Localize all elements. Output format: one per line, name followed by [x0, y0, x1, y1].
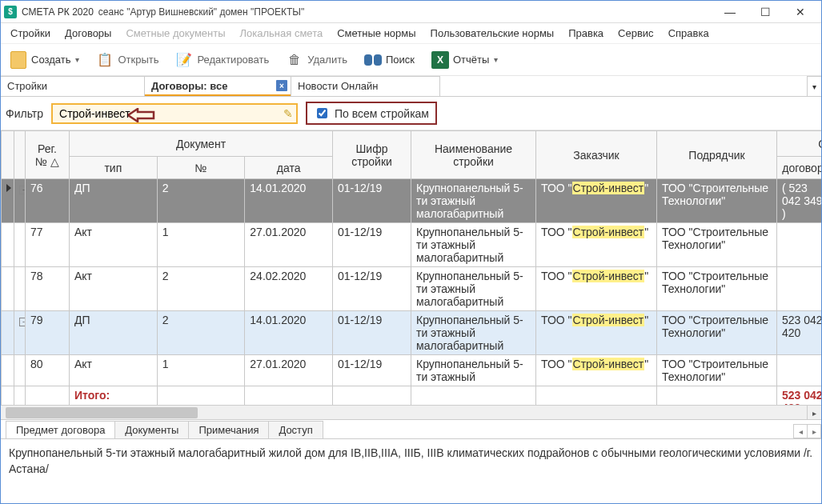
- scroll-right[interactable]: ▸: [807, 406, 821, 420]
- menu-Стройки[interactable]: Стройки: [4, 25, 57, 42]
- folder-icon: [10, 51, 26, 69]
- tab-documents[interactable]: Документы: [114, 421, 189, 438]
- toolbar: Создать▾ 📋 Открыть 📝 Редактировать 🗑 Уда…: [1, 44, 821, 76]
- menubar: СтройкиДоговорыСметные документыЛокальна…: [1, 23, 821, 44]
- filter-input-box[interactable]: ✎: [51, 103, 298, 124]
- scroll-thumb[interactable]: [6, 407, 198, 418]
- filter-label: Фильтр: [6, 107, 43, 120]
- menu-Справка[interactable]: Справка: [662, 25, 716, 42]
- clipboard-icon: 📋: [95, 50, 114, 70]
- app-title: СМЕТА РК 2020: [22, 6, 94, 18]
- menu-Локальная смета: Локальная смета: [234, 25, 330, 42]
- tabs-dropdown[interactable]: ▾: [807, 76, 821, 96]
- table-row[interactable]: 78Акт224.02.202001-12/19Крупнопанельный …: [2, 267, 822, 311]
- open-button[interactable]: 📋 Открыть: [90, 47, 163, 73]
- table-row[interactable]: 80Акт127.01.202001-12/19Крупнопанельный …: [2, 355, 822, 386]
- close-tab-icon[interactable]: ×: [276, 80, 287, 91]
- primary-tabs: Стройки Договоры: все× Новости Онлайн ▾: [1, 76, 821, 97]
- binoculars-icon: [364, 52, 382, 68]
- menu-Пользовательские нормы[interactable]: Пользовательские нормы: [424, 25, 561, 42]
- tab-notes[interactable]: Примечания: [188, 421, 269, 438]
- arrow-left-icon: [128, 108, 155, 122]
- minimize-button[interactable]: —: [712, 1, 748, 23]
- excel-icon: X: [431, 51, 449, 69]
- horizontal-scrollbar[interactable]: ▸: [1, 405, 821, 419]
- contracts-table[interactable]: Рег. № △ Документ Шифр стройки Наименова…: [1, 130, 821, 405]
- trash-icon: 🗑: [285, 50, 304, 70]
- filter-bar: Фильтр ✎ По всем стройкам: [1, 97, 821, 130]
- delete-button[interactable]: 🗑 Удалить: [280, 47, 352, 73]
- col-doc[interactable]: Документ: [70, 131, 333, 157]
- col-sh[interactable]: Шифр стройки: [333, 131, 411, 179]
- table-row[interactable]: -79ДП214.01.202001-12/19Крупнопанельный …: [2, 311, 822, 355]
- totals-row: Итого: 523 042 420: [2, 386, 822, 406]
- tab-contracts[interactable]: Договоры: все×: [145, 76, 291, 96]
- filter-input[interactable]: [58, 106, 283, 121]
- col-dogv[interactable]: договор: [777, 157, 822, 179]
- table-row[interactable]: 77Акт127.01.202001-12/19Крупнопанельный …: [2, 223, 822, 267]
- col-tip[interactable]: тип: [70, 157, 158, 179]
- tab-news[interactable]: Новости Онлайн: [291, 76, 440, 96]
- menu-Сметные документы: Сметные документы: [119, 25, 231, 42]
- col-name[interactable]: Наименование стройки: [411, 131, 536, 179]
- detail-tabs: Предмет договора Документы Примечания До…: [1, 420, 821, 439]
- menu-Правка[interactable]: Правка: [562, 25, 610, 42]
- menu-Сметные нормы[interactable]: Сметные нормы: [331, 25, 422, 42]
- edit-icon: 📝: [174, 50, 194, 70]
- tabscroll-right[interactable]: ▸: [807, 424, 821, 438]
- pencil-icon[interactable]: ✎: [283, 107, 293, 120]
- tabscroll-left[interactable]: ◂: [793, 424, 808, 438]
- close-button[interactable]: ✕: [783, 1, 818, 23]
- create-button[interactable]: Создать▾: [4, 47, 84, 73]
- col-zak[interactable]: Заказчик: [536, 131, 657, 179]
- tab-access[interactable]: Доступ: [268, 421, 323, 438]
- all-constructions-toggle[interactable]: По всем стройкам: [306, 102, 437, 125]
- table-row[interactable]: -76ДП214.01.202001-12/19Крупнопанельный …: [2, 179, 822, 223]
- menu-Сервис[interactable]: Сервис: [611, 25, 660, 42]
- app-icon: $: [4, 6, 17, 18]
- maximize-button[interactable]: ☐: [748, 1, 783, 23]
- col-reg[interactable]: Рег. № △: [26, 131, 70, 179]
- col-date[interactable]: дата: [245, 157, 333, 179]
- tab-subject[interactable]: Предмет договора: [6, 421, 115, 438]
- edit-button[interactable]: 📝 Редактировать: [170, 47, 274, 73]
- grid-area: Рег. № △ Документ Шифр стройки Наименова…: [1, 130, 821, 420]
- search-button[interactable]: Поиск: [359, 47, 419, 73]
- detail-panel: Крупнопанельный 5-ти этажный малогабарит…: [1, 439, 821, 503]
- reports-button[interactable]: X Отчёты▾: [426, 47, 503, 73]
- app-window: $ СМЕТА РК 2020 сеанс "Артур Вишневский"…: [0, 0, 822, 504]
- col-podr[interactable]: Подрядчик: [657, 131, 777, 179]
- tab-constructions[interactable]: Стройки: [1, 76, 145, 96]
- session-info: сеанс "Артур Вишневский" домен "ПРОЕКТЫ": [98, 6, 304, 18]
- col-num[interactable]: №: [157, 157, 245, 179]
- menu-Договоры[interactable]: Договоры: [58, 25, 118, 42]
- all-constructions-checkbox[interactable]: [317, 108, 327, 118]
- col-sum[interactable]: Сум: [777, 131, 822, 157]
- titlebar: $ СМЕТА РК 2020 сеанс "Артур Вишневский"…: [1, 1, 821, 23]
